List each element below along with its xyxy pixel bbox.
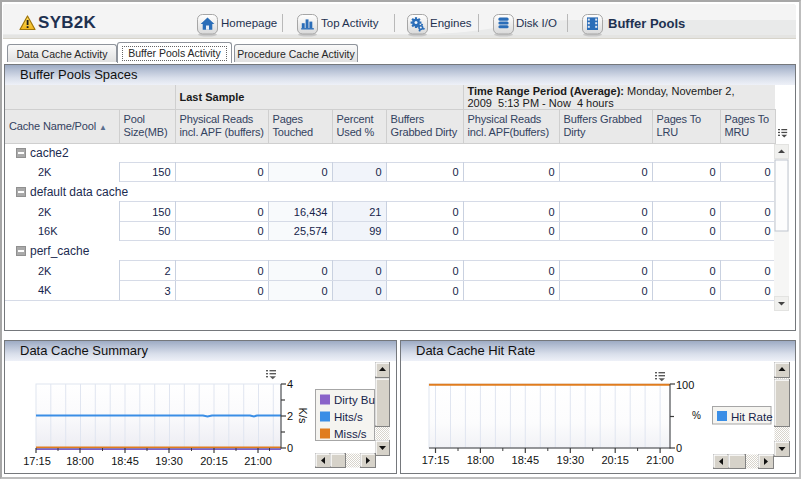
svg-text:19:30: 19:30 <box>155 455 183 467</box>
svg-text:100: 100 <box>676 379 694 391</box>
svg-text:0: 0 <box>676 442 682 454</box>
svg-text:18:00: 18:00 <box>467 454 495 466</box>
svg-text:20:15: 20:15 <box>601 454 629 466</box>
svg-text:Dirty Buf: Dirty Buf <box>334 394 379 406</box>
svg-text:18:00: 18:00 <box>66 455 94 467</box>
svg-text:Miss/s: Miss/s <box>334 428 367 440</box>
svg-text:19:30: 19:30 <box>557 454 585 466</box>
svg-text:Hits/s: Hits/s <box>334 411 363 423</box>
svg-text:17:15: 17:15 <box>23 455 51 467</box>
svg-text:4: 4 <box>287 378 293 390</box>
svg-text:%: % <box>692 410 701 421</box>
svg-text:2: 2 <box>287 410 293 422</box>
svg-text:18:45: 18:45 <box>111 455 139 467</box>
svg-text:21:00: 21:00 <box>244 455 272 467</box>
svg-text:21:00: 21:00 <box>646 454 674 466</box>
svg-text:18:45: 18:45 <box>512 454 540 466</box>
svg-text:K/s: K/s <box>297 408 309 424</box>
svg-text:20:15: 20:15 <box>200 455 228 467</box>
svg-text:0: 0 <box>287 442 293 454</box>
svg-text:Hit Rate: Hit Rate <box>731 411 773 423</box>
svg-text:17:15: 17:15 <box>422 454 450 466</box>
